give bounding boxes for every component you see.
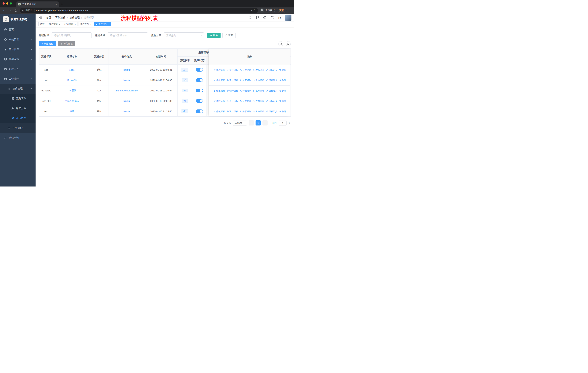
sidebar-item-process-model[interactable]: 流程模型 (0, 113, 36, 123)
action-modify[interactable]: 修改流程 (213, 69, 225, 71)
action-delete[interactable]: 删除 (279, 69, 286, 71)
action-delete[interactable]: 删除 (279, 110, 286, 113)
new-tab-button[interactable]: + (61, 1, 63, 7)
action-delete[interactable]: 删除 (279, 79, 286, 82)
process-name-link[interactable]: OA 请假 (68, 89, 76, 92)
sidebar-item-leave-query[interactable]: 请假查询 (0, 133, 36, 143)
user-avatar[interactable] (285, 15, 292, 21)
action-delete[interactable]: 删除 (279, 100, 286, 103)
process-name-link[interactable]: 滔博 (70, 110, 74, 113)
sidebar-item-process-form[interactable]: 流程表单 (0, 94, 36, 103)
process-id-input[interactable] (52, 32, 92, 38)
tag-tenant[interactable]: 租户管理× (47, 22, 62, 26)
action-assign-rule[interactable]: 分配规则 (240, 89, 251, 92)
close-icon[interactable]: × (74, 23, 76, 26)
action-definition[interactable]: 流程定义 (266, 100, 277, 103)
form-info-link[interactable]: biubiu (123, 79, 130, 81)
page-size-select[interactable]: 10条/页 (233, 121, 247, 125)
action-design[interactable]: 设计流程 (227, 69, 238, 71)
action-assign-rule[interactable]: 分配规则 (240, 79, 251, 82)
traffic-light-zoom[interactable] (10, 2, 12, 5)
bookmark-star-icon[interactable]: ☆ (253, 9, 256, 12)
browser-back-button[interactable]: ← (2, 9, 6, 12)
tag-home[interactable]: 首页 (38, 22, 46, 26)
search-button[interactable]: 搜索 (207, 33, 220, 38)
sidebar-item-workflow[interactable]: 工作流程 (0, 74, 36, 84)
form-info-link[interactable]: biubiu (123, 100, 130, 102)
action-design[interactable]: 设计流程 (227, 79, 238, 82)
form-info-link[interactable]: biubiu (123, 69, 130, 71)
breadcrumb-item[interactable]: 工作流程 (55, 16, 65, 19)
help-icon[interactable] (262, 16, 268, 20)
process-name-link[interactable]: eeee (69, 69, 74, 71)
address-bar[interactable]: 不安全 dashboard.yudao.iocoder.cn/bpm/manag… (20, 8, 258, 13)
header-search-icon[interactable] (247, 16, 253, 20)
tag-process-form[interactable]: 流程表单× (79, 22, 93, 26)
sidebar-item-devtools[interactable]: 研发工具 (0, 64, 36, 74)
browser-forward-button[interactable]: → (8, 9, 12, 12)
active-toggle[interactable] (196, 110, 203, 113)
sidebar-item-home[interactable]: 首页 (0, 25, 36, 35)
active-toggle[interactable] (196, 89, 203, 92)
action-modify[interactable]: 修改流程 (213, 110, 225, 113)
sidebar-item-task-manage[interactable]: 任务管理 (0, 123, 36, 133)
key-icon[interactable] (250, 9, 252, 12)
tag-my-process[interactable]: 我的流程× (63, 22, 77, 26)
action-definition[interactable]: 流程定义 (266, 110, 277, 113)
category-select[interactable] (164, 32, 204, 38)
action-assign-rule[interactable]: 分配规则 (240, 69, 251, 71)
import-process-button[interactable]: 导入流程 (58, 41, 75, 46)
action-modify[interactable]: 修改流程 (213, 79, 225, 82)
sidebar-item-infra[interactable]: 基础设施 (0, 54, 36, 64)
traffic-light-minimize[interactable] (6, 2, 8, 5)
next-page-button[interactable]: › (262, 120, 268, 125)
browser-menu-icon[interactable]: ⋮ (288, 9, 292, 12)
form-info-link[interactable]: /bpm/oa/leave/create (116, 89, 138, 92)
close-icon[interactable]: × (90, 23, 92, 26)
reset-button[interactable]: 重置 (222, 33, 236, 38)
table-search-toggle[interactable] (278, 41, 284, 46)
browser-tab[interactable]: 芋道管理系统 × (16, 1, 59, 7)
update-button[interactable]: 更新 (277, 8, 286, 13)
active-toggle[interactable] (196, 99, 203, 103)
process-name-link[interactable]: 自己审批 (67, 79, 77, 82)
action-publish[interactable]: 发布流程 (253, 79, 264, 82)
action-modify[interactable]: 修改流程 (213, 89, 225, 92)
create-process-button[interactable]: + 新建流程 (39, 41, 56, 46)
goto-page-input[interactable] (279, 121, 286, 125)
action-publish[interactable]: 发布流程 (253, 100, 264, 103)
table-refresh-button[interactable] (286, 41, 291, 46)
action-definition[interactable]: 流程定义 (266, 89, 277, 92)
font-size-icon[interactable] (276, 16, 282, 20)
sidebar-item-process-manage[interactable]: 流程管理 (0, 84, 36, 94)
action-modify[interactable]: 修改流程 (213, 100, 225, 103)
traffic-light-close[interactable] (2, 2, 5, 5)
tag-process-model[interactable]: 流程模型× (94, 22, 111, 26)
active-toggle[interactable] (196, 78, 203, 82)
sidebar-item-system[interactable]: 系统管理 (0, 35, 36, 44)
tab-close-icon[interactable]: × (55, 3, 57, 6)
category-select-input[interactable] (164, 32, 204, 38)
action-definition[interactable]: 流程定义 (266, 79, 277, 82)
github-icon[interactable] (255, 16, 261, 20)
action-assign-rule[interactable]: 分配规则 (240, 100, 251, 103)
active-toggle[interactable] (196, 68, 203, 71)
hamburger-icon[interactable] (38, 16, 43, 20)
action-publish[interactable]: 发布流程 (253, 69, 264, 71)
breadcrumb-item[interactable]: 流程管理 (69, 16, 80, 19)
fullscreen-icon[interactable] (269, 16, 275, 20)
action-design[interactable]: 设计流程 (227, 110, 238, 113)
sidebar-item-payment[interactable]: 支付管理 (0, 44, 36, 54)
prev-page-button[interactable]: ‹ (249, 120, 254, 125)
close-icon[interactable]: × (108, 23, 110, 26)
action-design[interactable]: 设计流程 (227, 89, 238, 92)
app-logo-row[interactable]: 芋道管理系统 (0, 14, 36, 25)
sidebar-item-user-group[interactable]: 用户分组 (0, 103, 36, 113)
action-definition[interactable]: 流程定义 (266, 69, 277, 71)
close-icon[interactable]: × (59, 23, 60, 26)
process-name-input[interactable] (108, 32, 148, 38)
process-name-link[interactable]: 测试多审批人 (65, 99, 79, 102)
action-publish[interactable]: 发布流程 (253, 89, 264, 92)
action-assign-rule[interactable]: 分配规则 (240, 110, 251, 113)
action-delete[interactable]: 删除 (279, 89, 286, 92)
